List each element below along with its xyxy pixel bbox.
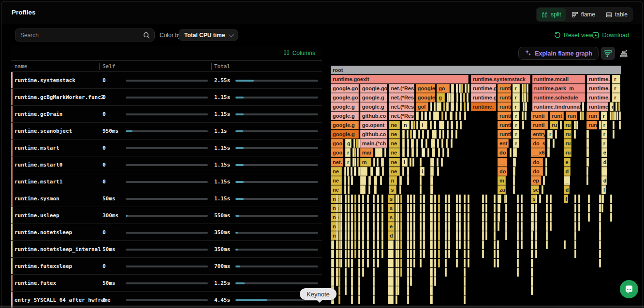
flame-cell[interactable] (336, 222, 338, 231)
flame-cell[interactable] (352, 148, 354, 157)
flame-cell[interactable] (445, 240, 447, 249)
flame-cell[interactable] (413, 240, 415, 249)
flame-cell[interactable] (451, 84, 454, 93)
flame-cell[interactable] (464, 213, 466, 222)
flame-cell-i[interactable]: i (420, 167, 424, 176)
flame-cell[interactable] (494, 195, 496, 203)
flame-cell[interactable] (367, 213, 369, 222)
flame-cell-net.[interactable]: net. (331, 158, 343, 167)
flame-cell[interactable] (601, 204, 603, 212)
flame-cell[interactable] (482, 195, 484, 203)
flame-cell[interactable] (413, 213, 415, 222)
flame-cell-e[interactable]: e (601, 148, 607, 157)
flame-cell[interactable] (531, 240, 533, 249)
flame-cell[interactable] (395, 268, 397, 277)
flame-cell[interactable] (420, 222, 422, 231)
flame-cell[interactable] (494, 259, 496, 267)
flame-cell-main.(*ch[interactable]: main.(*ch (360, 139, 387, 148)
flame-cell[interactable] (430, 250, 433, 258)
flame-cell[interactable] (423, 213, 425, 222)
flame-cell[interactable] (347, 167, 349, 176)
flame-cell[interactable] (423, 240, 425, 249)
flame-cell[interactable] (410, 240, 412, 249)
flame-cell[interactable] (434, 213, 436, 222)
flame-cell[interactable] (388, 277, 394, 286)
flame-cell[interactable] (345, 195, 347, 203)
flame-cell-runtime.[interactable]: runtime. (587, 75, 610, 84)
flame-cell-ne[interactable]: ne (331, 185, 342, 194)
flame-cell[interactable] (461, 84, 463, 93)
flame-cell[interactable] (358, 295, 360, 304)
flame-cell[interactable] (336, 259, 338, 267)
flame-cell[interactable] (599, 250, 601, 258)
flame-cell[interactable] (445, 195, 447, 203)
flame-cell-net.(*Res[interactable]: net.(*Res (389, 112, 414, 120)
flame-cell[interactable] (464, 222, 466, 231)
flame-cell[interactable] (336, 268, 338, 277)
view-button-table[interactable]: table (601, 8, 632, 21)
table-row[interactable]: runtime.usleep300ms550ms (11, 207, 322, 224)
flame-cell-google.g[interactable]: google.g (331, 102, 359, 111)
flame-cell-google.g[interactable]: google.g (360, 102, 387, 111)
flame-cell[interactable] (460, 93, 462, 102)
flame-cell-r[interactable]: r (513, 121, 519, 129)
flame-cell-root[interactable]: root (331, 66, 621, 74)
flame-cell[interactable] (456, 84, 458, 93)
flame-cell-r[interactable]: r (512, 84, 520, 93)
flame-cell[interactable] (377, 213, 379, 222)
flame-cell[interactable] (430, 158, 434, 167)
flame-cell[interactable] (618, 102, 620, 111)
table-row[interactable]: runtime.notetsleep0350ms (11, 224, 322, 241)
icicle-view-toggle[interactable] (601, 47, 615, 60)
flame-cell[interactable] (456, 213, 458, 222)
explain-flame-graph-button[interactable]: Explain flame graph (518, 47, 599, 60)
flame-cell[interactable] (377, 222, 379, 231)
flame-cell-n[interactable]: n (389, 176, 397, 185)
flame-cell[interactable] (599, 231, 601, 240)
flame-cell-ent[interactable]: ent (498, 139, 509, 148)
flame-cell[interactable] (400, 250, 402, 258)
flame-cell-google.[interactable]: google. (416, 93, 435, 102)
flame-cell[interactable] (448, 195, 450, 203)
flame-cell[interactable] (430, 286, 433, 295)
flame-cell[interactable] (351, 213, 353, 222)
flame-cell[interactable] (485, 195, 487, 203)
flame-cell[interactable] (338, 295, 340, 304)
flame-cell[interactable] (338, 222, 340, 231)
flame-cell[interactable] (582, 102, 584, 111)
flame-cell-f[interactable]: f (601, 185, 606, 194)
flame-cell-ne[interactable]: ne (389, 130, 400, 139)
flame-cell[interactable] (438, 148, 440, 157)
flame-cell[interactable] (331, 277, 334, 286)
flame-cell[interactable] (463, 93, 465, 102)
flame-cell[interactable] (498, 195, 501, 203)
flame-cell[interactable] (468, 195, 469, 203)
flame-graph[interactable]: rootruntime.goexitruntime.systemstackrun… (331, 66, 622, 305)
flame-cell[interactable] (482, 240, 484, 249)
flame-cell[interactable] (445, 259, 447, 267)
flame-cell-i[interactable]: i (402, 158, 408, 167)
flame-cell[interactable] (358, 268, 360, 277)
flame-cell[interactable] (521, 231, 523, 240)
flame-cell[interactable] (395, 204, 397, 212)
flame-cell[interactable] (410, 195, 412, 203)
flame-cell[interactable] (437, 102, 441, 111)
flame-cell[interactable] (354, 158, 356, 167)
flame-cell[interactable] (610, 195, 612, 203)
flame-cell[interactable] (459, 240, 461, 249)
flame-cell[interactable] (338, 277, 340, 286)
flame-cell[interactable] (522, 84, 524, 93)
flame-cell[interactable] (468, 222, 469, 231)
flame-cell[interactable] (424, 112, 427, 120)
flame-cell-ne[interactable]: ne (389, 139, 400, 148)
flame-cell[interactable] (535, 222, 537, 231)
table-row[interactable]: runtime.notetsleep_internal50ms350ms (11, 241, 322, 258)
flame-cell[interactable] (586, 148, 589, 157)
flame-cell[interactable] (422, 148, 425, 157)
flame-cell-r[interactable]: r (601, 130, 607, 139)
flame-cell[interactable] (345, 213, 347, 222)
flame-cell[interactable] (459, 112, 461, 120)
flame-cell[interactable] (340, 195, 342, 203)
flame-cell-net.(*Res[interactable]: net.(*Res (389, 102, 414, 111)
flame-cell[interactable] (442, 148, 444, 157)
